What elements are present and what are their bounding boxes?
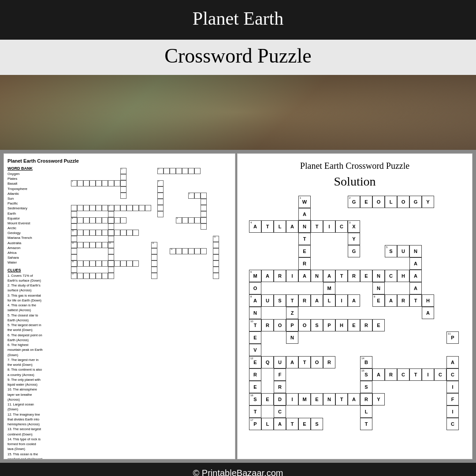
puzzle-cell bbox=[207, 211, 213, 217]
puzzle-cell bbox=[151, 174, 157, 180]
puzzle-cell bbox=[225, 248, 231, 254]
puzzle-cell bbox=[170, 310, 176, 316]
puzzle-cell bbox=[176, 285, 182, 291]
solution-cell: E bbox=[360, 270, 372, 282]
puzzle-cell bbox=[145, 316, 151, 322]
puzzle-cell bbox=[83, 279, 89, 285]
puzzle-cell bbox=[225, 193, 231, 199]
solution-cell: T bbox=[286, 418, 298, 430]
puzzle-cell bbox=[194, 180, 201, 186]
puzzle-cell bbox=[213, 273, 219, 279]
puzzle-cell bbox=[114, 217, 120, 223]
right-panel: Planet Earth Crossword Puzzle Solution W… bbox=[237, 153, 472, 459]
puzzle-cell bbox=[52, 193, 59, 199]
puzzle-cell bbox=[96, 242, 102, 248]
puzzle-cell bbox=[164, 230, 170, 236]
puzzle-cell bbox=[77, 236, 83, 242]
puzzle-cell bbox=[188, 298, 194, 304]
puzzle-cell bbox=[114, 316, 120, 322]
puzzle-cell bbox=[77, 285, 83, 291]
puzzle-cell bbox=[71, 322, 77, 328]
puzzle-cell bbox=[219, 236, 225, 242]
puzzle-cell bbox=[65, 223, 71, 230]
puzzle-cell bbox=[89, 254, 96, 260]
puzzle-cell bbox=[133, 174, 139, 180]
puzzle-cell bbox=[89, 248, 96, 254]
puzzle-cell bbox=[231, 285, 235, 291]
puzzle-cell bbox=[207, 254, 213, 260]
puzzle-cell bbox=[176, 273, 182, 279]
puzzle-cell bbox=[201, 298, 207, 304]
puzzle-cell bbox=[120, 193, 126, 199]
puzzle-cell bbox=[182, 236, 188, 242]
puzzle-cell bbox=[114, 230, 120, 236]
solution-cell: N bbox=[311, 270, 323, 282]
puzzle-cell bbox=[52, 310, 59, 316]
puzzle-cell bbox=[59, 174, 65, 180]
puzzle-cell bbox=[77, 260, 83, 267]
puzzle-cell bbox=[77, 230, 83, 236]
puzzle-cell bbox=[46, 248, 52, 254]
puzzle-cell bbox=[139, 248, 145, 254]
puzzle-cell bbox=[145, 211, 151, 217]
puzzle-cell bbox=[170, 230, 176, 236]
puzzle-cell bbox=[231, 304, 235, 310]
puzzle-cell bbox=[194, 267, 201, 273]
puzzle-cell bbox=[194, 186, 201, 193]
puzzle-cell bbox=[126, 199, 133, 205]
puzzle-cell bbox=[114, 260, 120, 267]
puzzle-cell bbox=[182, 199, 188, 205]
puzzle-cell bbox=[145, 260, 151, 267]
puzzle-cell bbox=[164, 168, 170, 174]
puzzle-cell bbox=[219, 199, 225, 205]
puzzle-cell bbox=[139, 242, 145, 248]
puzzle-cell bbox=[164, 211, 170, 217]
puzzle-cell bbox=[65, 298, 71, 304]
puzzle-cell bbox=[201, 205, 207, 211]
puzzle-cell bbox=[182, 242, 188, 248]
puzzle-cell bbox=[83, 168, 89, 174]
solution-cell: I bbox=[446, 381, 459, 393]
solution-cell: E bbox=[249, 331, 261, 344]
puzzle-cell bbox=[89, 285, 96, 291]
puzzle-cell bbox=[164, 267, 170, 273]
puzzle-cell bbox=[65, 316, 71, 322]
puzzle-cell bbox=[59, 304, 65, 310]
puzzle-cell bbox=[89, 230, 96, 236]
puzzle-cell bbox=[133, 267, 139, 273]
puzzle-cell bbox=[182, 260, 188, 267]
puzzle-cell bbox=[102, 205, 108, 211]
puzzle-cell bbox=[126, 285, 133, 291]
puzzle-cell bbox=[46, 285, 52, 291]
puzzle-cell bbox=[139, 223, 145, 230]
puzzle-cell bbox=[157, 298, 164, 304]
puzzle-cell bbox=[77, 174, 83, 180]
solution-cell: U bbox=[274, 356, 286, 368]
puzzle-cell bbox=[71, 199, 77, 205]
puzzle-cell bbox=[219, 242, 225, 248]
puzzle-cell bbox=[108, 316, 114, 322]
puzzle-cell bbox=[176, 279, 182, 285]
puzzle-cell bbox=[120, 223, 126, 230]
puzzle-cell bbox=[194, 304, 201, 310]
puzzle-cell bbox=[201, 236, 207, 242]
puzzle-cell bbox=[133, 248, 139, 254]
puzzle-cell bbox=[120, 285, 126, 291]
puzzle-cell bbox=[52, 267, 59, 273]
solution-cell: O bbox=[249, 282, 261, 294]
solution-cell: T bbox=[298, 233, 311, 245]
solution-cell: S16 bbox=[249, 393, 261, 405]
puzzle-cell bbox=[59, 291, 65, 298]
puzzle-cell bbox=[194, 193, 201, 199]
puzzle-cell bbox=[164, 205, 170, 211]
puzzle-cell bbox=[157, 193, 164, 199]
puzzle-cell bbox=[139, 217, 145, 223]
puzzle-cell bbox=[126, 322, 133, 328]
puzzle-cell bbox=[52, 236, 59, 242]
puzzle-cell bbox=[225, 267, 231, 273]
puzzle-cell bbox=[207, 242, 213, 248]
puzzle-cell bbox=[219, 186, 225, 193]
puzzle-cell bbox=[133, 186, 139, 193]
puzzle-cell bbox=[114, 223, 120, 230]
puzzle-cell bbox=[182, 230, 188, 236]
